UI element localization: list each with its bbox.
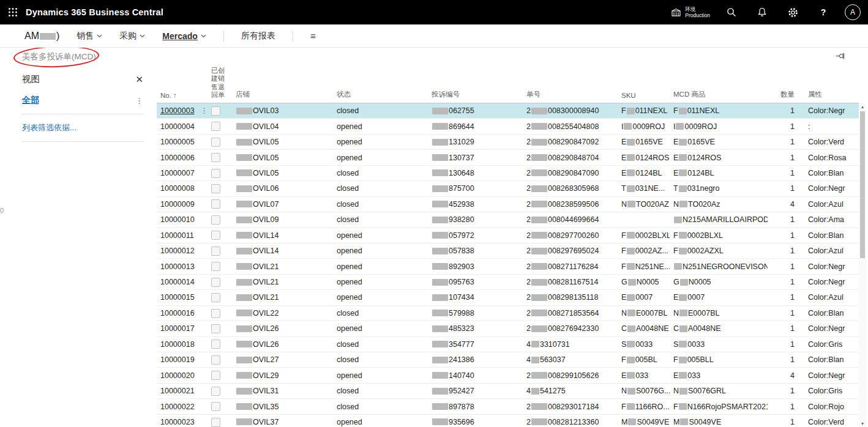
record-number-link[interactable]: 10000005 (160, 138, 195, 146)
cell-created[interactable] (208, 106, 232, 116)
cell-store[interactable]: OVIL35 (232, 403, 333, 411)
cell-qty[interactable]: 1 (768, 184, 799, 193)
table-row[interactable]: 10000005OVIL05opened1310292008290847092E… (157, 135, 861, 150)
column-header-attr[interactable]: 属性 (799, 90, 861, 103)
cell-attr[interactable]: Color:Negr (799, 278, 861, 286)
nav-item-all-reports[interactable]: 所有报表 (241, 31, 275, 42)
cell-sku[interactable]: GN0005 (618, 278, 670, 286)
cell-sku[interactable]: I0009ROJ (618, 122, 670, 131)
cell-created[interactable] (208, 215, 232, 225)
cell-sku[interactable]: S0033 (618, 340, 670, 349)
cell-complaint[interactable]: 892903 (428, 262, 523, 271)
cell-qty[interactable]: 1 (768, 106, 799, 115)
cell-sku[interactable]: F1166RO... (618, 403, 670, 411)
return-created-checkbox[interactable] (211, 278, 220, 287)
cell-qty[interactable]: 1 (768, 309, 799, 317)
cell-store[interactable]: OVIL03 (232, 106, 333, 115)
cell-created[interactable] (208, 293, 232, 302)
cell-order[interactable]: 2008293017184 (523, 403, 618, 411)
cell-complaint[interactable]: 130737 (428, 154, 523, 162)
return-created-checkbox[interactable] (211, 247, 220, 256)
cell-status[interactable]: closed (333, 387, 428, 395)
cell-complaint[interactable]: 938280 (428, 215, 523, 224)
cell-no[interactable]: 10000016 (157, 309, 208, 317)
cell-status[interactable]: opened (333, 324, 428, 333)
return-created-checkbox[interactable] (211, 106, 220, 116)
cell-created[interactable] (208, 308, 232, 317)
cell-store[interactable]: OVIL26 (232, 340, 333, 349)
cell-complaint[interactable]: 241386 (428, 355, 523, 364)
return-created-checkbox[interactable] (211, 122, 220, 131)
cell-complaint[interactable]: 095763 (428, 278, 523, 286)
cell-no[interactable]: 10000020 (157, 371, 208, 380)
cell-no[interactable]: 10000015 (157, 293, 208, 302)
cell-qty[interactable]: 1 (768, 247, 799, 255)
cell-order[interactable]: 2008268305968 (523, 184, 618, 193)
cell-created[interactable] (208, 153, 232, 162)
close-icon[interactable]: ✕ (135, 74, 143, 85)
cell-sku[interactable]: NS0076G... (618, 387, 670, 395)
cell-created[interactable] (208, 355, 232, 365)
nav-item-mercado[interactable]: Mercado (162, 31, 206, 41)
cell-attr[interactable]: Color:Verd (799, 138, 861, 146)
row-context-menu-icon[interactable]: ⋮ (201, 106, 208, 115)
cell-store[interactable]: OVIL31 (232, 387, 333, 395)
cell-created[interactable] (208, 340, 232, 349)
record-number-link[interactable]: 10000018 (160, 340, 195, 349)
environment-button[interactable]: 环境 Production (671, 6, 710, 18)
cell-complaint[interactable]: 130648 (428, 169, 523, 177)
scroll-down-icon[interactable]: ▼ (859, 420, 866, 427)
cell-attr[interactable]: Color:Gris (799, 387, 861, 395)
table-row[interactable]: 10000021OVIL31closed9524274541275NS0076G… (157, 384, 861, 399)
cell-created[interactable] (208, 199, 232, 209)
table-row[interactable]: 10000020OVIL29opened1407402008299105626E… (157, 368, 861, 383)
cell-complaint[interactable]: 485323 (428, 324, 523, 333)
table-row[interactable]: 10000012OVIL14opened0578382008297695024F… (157, 243, 861, 259)
column-header-store[interactable]: 店铺 (232, 90, 333, 103)
cell-complaint[interactable]: 354777 (428, 340, 523, 349)
more-menu-icon[interactable]: ≡ (310, 31, 316, 41)
cell-order[interactable]: 43310731 (523, 340, 618, 349)
cell-sku[interactable]: F0002AZ... (618, 247, 670, 255)
record-number-link[interactable]: 10000015 (160, 293, 195, 302)
record-number-link[interactable]: 10000012 (160, 247, 195, 255)
cell-mcd[interactable]: MS0049VE (670, 418, 768, 426)
notifications-button[interactable] (753, 3, 771, 21)
cell-complaint[interactable]: 062755 (428, 106, 523, 115)
cell-complaint[interactable]: 952427 (428, 387, 523, 395)
cell-mcd[interactable]: CA0048NE (670, 324, 768, 333)
filter-list-by-link[interactable]: 列表筛选依据... (22, 122, 77, 133)
record-number-link[interactable]: 10000011 (160, 231, 194, 240)
cell-no[interactable]: 10000007 (157, 169, 208, 177)
cell-created[interactable] (208, 417, 232, 426)
return-created-checkbox[interactable] (211, 138, 220, 147)
return-created-checkbox[interactable] (211, 355, 220, 365)
scrollbar-thumb[interactable] (860, 111, 865, 258)
cell-order[interactable]: 2008300008940 (523, 106, 618, 115)
table-row[interactable]: 10000009OVIL07closed4529382008238599506N… (157, 197, 861, 212)
cell-store[interactable]: OVIL14 (232, 247, 333, 255)
cell-mcd[interactable]: E0124ROS (670, 154, 768, 162)
cell-order[interactable]: 2008281167514 (523, 278, 618, 286)
cell-complaint[interactable]: 057972 (428, 231, 523, 240)
cell-mcd[interactable]: S0033 (670, 340, 768, 349)
search-button[interactable] (722, 3, 741, 21)
view-options-icon[interactable]: ⋮ (135, 96, 143, 105)
cell-mcd[interactable]: I0009ROJ (670, 122, 768, 131)
cell-order[interactable]: 2008238599506 (523, 200, 618, 209)
cell-order[interactable]: 2008255404808 (523, 122, 618, 131)
cell-mcd[interactable]: E0165VE (670, 138, 768, 146)
cell-qty[interactable]: 1 (768, 138, 799, 146)
cell-sku[interactable]: CA0048NE (618, 324, 670, 333)
cell-attr[interactable]: Color:Gris (799, 340, 861, 349)
cell-order[interactable]: 2008297695024 (523, 247, 618, 255)
cell-attr[interactable]: Color:Negr (799, 324, 861, 333)
cell-no[interactable]: 10000019 (157, 355, 208, 364)
cell-status[interactable]: closed (333, 355, 428, 364)
cell-no[interactable]: 10000012 (157, 247, 208, 255)
vertical-scrollbar[interactable]: ▲ ▼ (859, 103, 866, 427)
cell-qty[interactable]: 1 (768, 324, 799, 333)
column-header-created[interactable]: 已创 建销 售退 回单 (208, 67, 232, 103)
table-row[interactable]: 10000011OVIL14opened0579722008297700260F… (157, 228, 861, 243)
cell-complaint[interactable]: 107434 (428, 293, 523, 302)
